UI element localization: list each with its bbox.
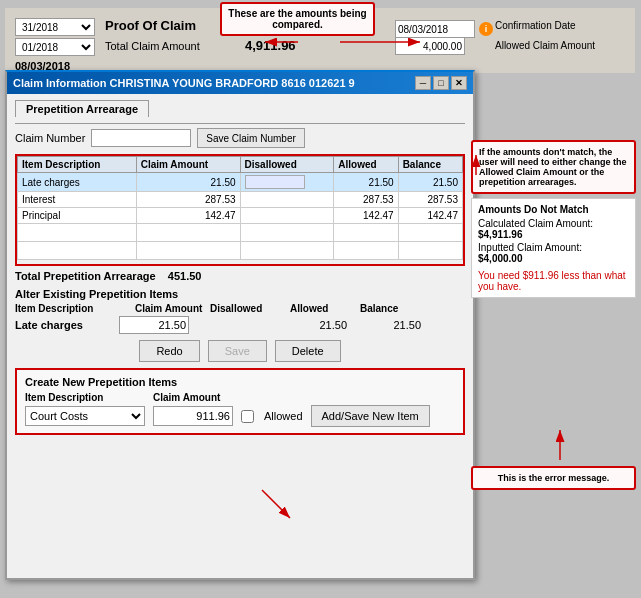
total-claim-amount: 4,911.96 <box>245 38 296 53</box>
tabs-container: Prepetition Arrearage <box>15 100 465 117</box>
date2-select[interactable]: 01/2018 <box>15 38 95 56</box>
claim-number-input[interactable] <box>91 129 191 147</box>
alter-header-disallowed: Disallowed <box>210 303 290 314</box>
create-new-row: Court Costs Allowed Add/Save New Item <box>25 405 455 427</box>
create-header-claim: Claim Amount <box>153 392 233 403</box>
date1-select[interactable]: 31/2018 <box>15 18 95 36</box>
create-new-section: Create New Prepetition Items Item Descri… <box>15 368 465 435</box>
proof-title: Proof Of Claim <box>105 18 196 33</box>
row3-balance: 142.47 <box>398 208 462 224</box>
alter-allowed-val: 21.50 <box>277 319 347 331</box>
save-button[interactable]: Save <box>208 340 267 362</box>
row1-claim: 21.50 <box>136 173 240 192</box>
dialog-titlebar: Claim Information CHRISTINA YOUNG BRADFO… <box>7 72 473 94</box>
row3-desc: Principal <box>18 208 137 224</box>
info-icon: i <box>479 22 493 36</box>
create-section-title: Create New Prepetition Items <box>25 376 455 388</box>
amounts-mismatch-box: Amounts Do Not Match Calculated Claim Am… <box>471 198 636 298</box>
amounts-mismatch-title: Amounts Do Not Match <box>478 204 629 215</box>
inputted-value: $4,000.00 <box>478 253 523 264</box>
create-desc-select[interactable]: Court Costs <box>25 406 145 426</box>
row1-balance: 21.50 <box>398 173 462 192</box>
dialog-controls: ─ □ ✕ <box>415 76 467 90</box>
row3-allowed: 142.47 <box>334 208 398 224</box>
error-message: You need $911.96 less than what you have… <box>478 270 629 292</box>
col-header-desc: Item Description <box>18 157 137 173</box>
alter-header-desc: Item Description <box>15 303 125 314</box>
minimize-button[interactable]: ─ <box>415 76 431 90</box>
maximize-button[interactable]: □ <box>433 76 449 90</box>
row3-claim: 142.47 <box>136 208 240 224</box>
col-header-allowed: Allowed <box>334 157 398 173</box>
row1-disallowed <box>240 173 334 192</box>
alter-header-claim: Claim Amount <box>125 303 210 314</box>
table-row[interactable]: Late charges 21.50 21.50 21.50 <box>18 173 463 192</box>
alter-header-allowed: Allowed <box>290 303 360 314</box>
total-prepetition-row: Total Prepetition Arrearage 451.50 <box>15 270 465 282</box>
prepetition-section-title: Prepetition Arrearage <box>15 100 465 124</box>
row2-disallowed <box>240 192 334 208</box>
allowed-checkbox[interactable] <box>241 410 254 423</box>
right-panel: If the amounts don't match, the user wil… <box>471 140 636 298</box>
row2-allowed: 287.53 <box>334 192 398 208</box>
save-claim-number-button[interactable]: Save Claim Number <box>197 128 304 148</box>
calculated-value: $4,911.96 <box>478 229 523 240</box>
conf-date-label: Confirmation Date <box>495 20 576 31</box>
alter-balance-val: 21.50 <box>351 319 421 331</box>
row1-allowed: 21.50 <box>334 173 398 192</box>
date3-input[interactable] <box>395 20 475 38</box>
row2-claim: 287.53 <box>136 192 240 208</box>
claim-info-dialog: Claim Information CHRISTINA YOUNG BRADFO… <box>5 70 475 580</box>
table-row[interactable]: Principal 142.47 142.47 142.47 <box>18 208 463 224</box>
table-row-empty <box>18 224 463 242</box>
calculated-row: Calculated Claim Amount: $4,911.96 <box>478 218 629 240</box>
items-table: Item Description Claim Amount Disallowed… <box>17 156 463 260</box>
allowed-amount-input[interactable] <box>395 37 465 55</box>
allowed-amount-wrapper <box>395 37 465 55</box>
alter-section: Alter Existing Prepetition Items Item De… <box>15 288 465 334</box>
total-prepetition-value: 451.50 <box>168 270 202 282</box>
error-annotation-bubble: This is the error message. <box>471 466 636 490</box>
alter-claim-input[interactable] <box>119 316 189 334</box>
dialog-body: Prepetition Arrearage Claim Number Save … <box>7 94 473 578</box>
col-header-claim: Claim Amount <box>136 157 240 173</box>
items-table-wrapper: Item Description Claim Amount Disallowed… <box>15 154 465 266</box>
inputted-row: Inputted Claim Amount: $4,000.00 <box>478 242 629 264</box>
claim-number-row: Claim Number Save Claim Number <box>15 128 465 148</box>
delete-button[interactable]: Delete <box>275 340 341 362</box>
date2-select-wrapper: 01/2018 <box>15 38 95 56</box>
col-header-balance: Balance <box>398 157 462 173</box>
tab-prepetition-arrearage[interactable]: Prepetition Arrearage <box>15 100 149 117</box>
top-annotation-bubble: These are the amounts being compared. <box>220 2 375 36</box>
alter-header-balance: Balance <box>360 303 420 314</box>
row2-desc: Interest <box>18 192 137 208</box>
date3-wrapper: i <box>395 20 493 38</box>
table-row[interactable]: Interest 287.53 287.53 287.53 <box>18 192 463 208</box>
right-annotation-bubble: If the amounts don't match, the user wil… <box>471 140 636 194</box>
action-buttons-row: Redo Save Delete <box>15 340 465 362</box>
allowed-checkbox-label: Allowed <box>264 410 303 422</box>
allowed-claim-label: Allowed Claim Amount <box>495 40 595 51</box>
claim-number-label: Claim Number <box>15 132 85 144</box>
total-claim-label: Total Claim Amount <box>105 40 200 52</box>
dialog-title: Claim Information CHRISTINA YOUNG BRADFO… <box>13 77 355 89</box>
alter-row-desc: Late charges <box>15 319 115 331</box>
close-button[interactable]: ✕ <box>451 76 467 90</box>
col-header-disallowed: Disallowed <box>240 157 334 173</box>
alter-data-row: Late charges 21.50 21.50 <box>15 316 465 334</box>
row1-desc: Late charges <box>18 173 137 192</box>
redo-button[interactable]: Redo <box>139 340 199 362</box>
create-header-desc: Item Description <box>25 392 145 403</box>
alter-title: Alter Existing Prepetition Items <box>15 288 465 300</box>
table-row-empty <box>18 242 463 260</box>
add-save-new-item-button[interactable]: Add/Save New Item <box>311 405 430 427</box>
row2-balance: 287.53 <box>398 192 462 208</box>
row3-disallowed <box>240 208 334 224</box>
date1-select-wrapper: 31/2018 <box>15 18 95 36</box>
row1-disallowed-input[interactable] <box>245 175 305 189</box>
create-amount-input[interactable] <box>153 406 233 426</box>
